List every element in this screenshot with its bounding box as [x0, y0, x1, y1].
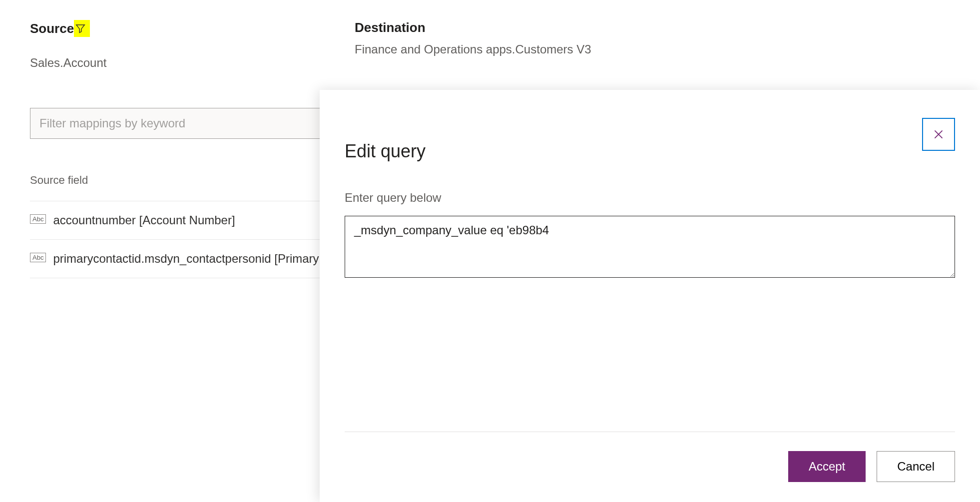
destination-title: Destination	[355, 20, 591, 35]
dialog-subtitle: Enter query below	[345, 191, 955, 205]
source-filter-highlight[interactable]	[74, 20, 90, 37]
close-icon	[932, 128, 945, 141]
source-field-value: accountnumber [Account Number]	[53, 211, 235, 229]
filter-icon	[75, 23, 86, 34]
close-button[interactable]	[922, 118, 955, 151]
abc-type-icon: Abc	[30, 214, 46, 224]
source-value: Sales.Account	[30, 56, 355, 70]
dialog-title: Edit query	[345, 141, 955, 162]
destination-value: Finance and Operations apps.Customers V3	[355, 42, 591, 56]
dialog-footer: Accept Cancel	[345, 432, 955, 482]
source-title: Source	[30, 21, 74, 36]
accept-button[interactable]: Accept	[788, 451, 866, 482]
query-input[interactable]	[345, 216, 955, 278]
abc-type-icon: Abc	[30, 253, 46, 262]
edit-query-dialog: Edit query Enter query below Accept Canc…	[320, 90, 980, 502]
cancel-button[interactable]: Cancel	[877, 451, 955, 482]
